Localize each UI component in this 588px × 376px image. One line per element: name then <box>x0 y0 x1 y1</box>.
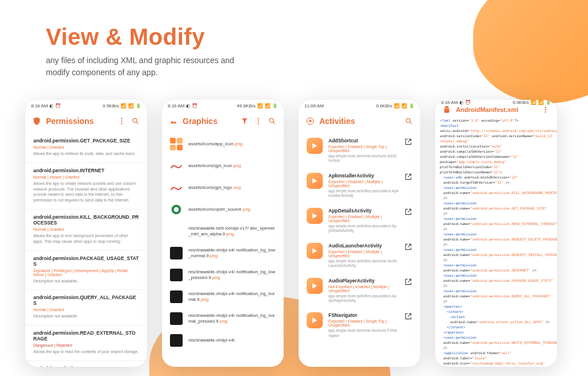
permission-item[interactable]: android.permission.KILL_BACKGROUND_PROCE… <box>25 210 147 251</box>
svg-point-0 <box>121 118 122 119</box>
activity-item[interactable]: ApkInstallerActivity Exported | Disabled… <box>299 168 420 203</box>
permission-name: android.permission.READ_EXTERNAL_STORAGE <box>33 330 139 342</box>
launch-icon[interactable] <box>404 312 412 320</box>
launch-icon[interactable] <box>404 173 412 181</box>
screen-title: Graphics <box>183 117 235 126</box>
activity-item[interactable]: AppDetailsActivity Exported | Enabled | … <box>299 203 420 238</box>
filter-icon[interactable] <box>240 117 249 126</box>
search-icon[interactable] <box>404 117 413 126</box>
wifi-icon: 📶 <box>538 100 544 105</box>
activity-item[interactable]: AddShortcut Exported | Enabled | Single … <box>299 133 420 168</box>
android-icon <box>442 105 451 114</box>
graphics-item[interactable]: assets/icons/gpl_icon.png <box>162 155 284 177</box>
svg-point-9 <box>174 207 179 212</box>
graphics-filename: assets/icons/gpl_logo.svg <box>188 185 241 191</box>
svg-point-4 <box>258 118 259 119</box>
activity-name: AudioLauncherActivity <box>328 243 399 249</box>
permission-name: android.permission.GET_PACKAGE_SIZE <box>33 138 139 144</box>
dnd-icon: ◐ <box>49 103 53 108</box>
graphics-item[interactable]: res/drawable-xhdpi-v4/ notification_bg_n… <box>162 308 284 330</box>
graphics-thumb <box>170 138 183 150</box>
graphics-thumb <box>170 312 183 325</box>
status-time: 8:16 AM <box>441 100 458 105</box>
activity-item[interactable]: FSNavigator Exported | Enabled | Single … <box>299 308 420 343</box>
graphics-filename: assets/icons/app_icon.png <box>188 141 242 147</box>
more-icon[interactable] <box>254 117 263 126</box>
launch-icon[interactable] <box>404 243 412 251</box>
activity-flags: Exported | Enabled | Single Top | Unspec… <box>328 319 399 327</box>
status-bar: 11:08 AM 0.6KB/s 📶 📶 🔋 <box>299 100 420 111</box>
permission-item[interactable]: android.permission.GET_PACKAGE_SIZE Norm… <box>25 133 147 163</box>
graphics-item[interactable]: res/drawable-xhdpi-v4/ notification_bg_n… <box>162 286 284 308</box>
launch-icon[interactable] <box>404 278 412 286</box>
graphics-filename: assets/icons/gpl_icon.png <box>188 163 241 169</box>
permission-item[interactable]: android.permission.INTERNET Normal | Ins… <box>25 163 147 210</box>
app-bar: AndroidManifest.xml <box>435 105 557 114</box>
permission-flags: Normal | Instant | Granted <box>33 175 139 179</box>
dnd-icon: ◐ <box>459 100 463 105</box>
activity-path: app.simple.inure.terminal.shortcuts.AddS… <box>328 154 399 164</box>
svg-point-14 <box>545 111 546 113</box>
activity-path: app.simple.inure.terminal.shortcuts.FSNa… <box>328 328 399 338</box>
permission-desc: Allows the app to create network sockets… <box>33 181 139 203</box>
screen-title: Activities <box>319 117 400 126</box>
graphics-thumb <box>170 203 183 216</box>
svg-point-6 <box>258 123 259 124</box>
phone-graphics: 8:16 AM ◐ ⏰ 49.8KB/s 📶 📶 🔋 Graphics <box>162 100 284 367</box>
permission-item[interactable]: android.permission.READ_EXTERNAL_STORAGE… <box>25 325 147 361</box>
activity-name: ApkInstallerActivity <box>328 173 399 179</box>
svg-point-12 <box>545 107 546 108</box>
search-icon[interactable] <box>131 117 140 126</box>
battery-icon: 🔋 <box>546 100 551 105</box>
permission-item[interactable]: android.permission.QUERY_ALL_PACKAGES No… <box>25 290 147 325</box>
activity-flags: Exported | Enabled | Multiple | Unspecif… <box>328 215 399 223</box>
graphics-item[interactable]: assets/icons/gpl_logo.svg <box>162 177 284 199</box>
app-bar: Activities <box>299 111 420 131</box>
permission-desc: Description not available. <box>33 313 139 319</box>
phone-manifest: 8:16 AM ◐ ⏰ 0.0KB/s 📶 📶 🔋 AndroidManifes… <box>435 100 557 367</box>
activity-item[interactable]: AudioPlayerActivity Not Exported | Enabl… <box>299 273 420 308</box>
graphics-filename: res/drawable-xhdpi-v4/ notification_bg_l… <box>188 269 276 281</box>
signal-icon: 📶 <box>531 100 536 105</box>
graphics-item[interactable]: assets/icons/app_icon.png <box>162 133 284 155</box>
activity-flags: Exported | Disabled | Multiple | Unspeci… <box>328 180 399 188</box>
graphics-item[interactable]: assets/icons/open_source.png <box>162 199 284 220</box>
signal-icon: 📶 <box>401 103 407 108</box>
graphics-item[interactable]: res/drawable-xhdpi-v4/ <box>162 330 284 351</box>
permission-item[interactable]: android.permission.PACKAGE_USAGE_STATS S… <box>25 251 147 290</box>
graphics-item[interactable]: res/drawable-ldrtl-xxhdpi-v17/ abc_spinn… <box>162 220 284 242</box>
manifest-xml-view[interactable]: <?xml version="1.0" encoding="utf-8"?> <… <box>435 114 557 367</box>
signal-icon: 📶 <box>121 103 126 108</box>
page-subtitle: any files of including XML and graphic r… <box>46 55 234 79</box>
permission-name: android.permission.KILL_BACKGROUND_PROCE… <box>33 214 139 226</box>
wifi-icon: 📶 <box>128 103 134 108</box>
activity-path: app.simple.inure.activities.association.… <box>328 294 399 304</box>
more-icon[interactable] <box>541 105 550 114</box>
decorative-blob-top <box>473 0 588 103</box>
graphics-thumb <box>170 160 183 172</box>
battery-icon: 🔋 <box>409 103 415 108</box>
graphics-list[interactable]: assets/icons/app_icon.png assets/icons/g… <box>162 131 284 367</box>
permissions-list[interactable]: android.permission.GET_PACKAGE_SIZE Norm… <box>25 131 147 367</box>
signal-icon: 📶 <box>394 103 400 108</box>
activity-item[interactable]: AudioLauncherActivity Exported | Enabled… <box>299 238 420 273</box>
graphics-item[interactable]: res/drawable-xhdpi-v4/ notification_bg_l… <box>162 264 284 286</box>
screen-title: AndroidManifest.xml <box>456 106 536 113</box>
svg-point-3 <box>133 118 137 122</box>
graphics-filename: res/drawable-xhdpi-v4/ notification_bg_n… <box>188 313 276 325</box>
activity-icon <box>307 312 323 328</box>
graphics-item[interactable]: res/drawable-xhdpi-v4/ notification_bg_l… <box>162 242 284 264</box>
alarm-icon: ⏰ <box>55 103 61 108</box>
status-net: 0.6KB/s <box>376 103 392 108</box>
permission-flags: Normal | Granted <box>33 227 139 231</box>
permission-item[interactable]: android.permission.REQUEST_DELETE_PACKAG… <box>25 361 147 367</box>
status-bar: 8:16 AM ◐ ⏰ 0.0KB/s 📶 📶 🔋 <box>435 100 557 105</box>
graphics-thumb <box>170 290 183 303</box>
launch-icon[interactable] <box>404 138 412 146</box>
permission-desc: Allows the app to read the contents of y… <box>33 349 139 355</box>
activity-icon <box>307 138 323 154</box>
search-icon[interactable] <box>268 117 277 126</box>
more-icon[interactable] <box>117 117 126 126</box>
activities-list[interactable]: AddShortcut Exported | Enabled | Single … <box>299 131 420 367</box>
launch-icon[interactable] <box>404 208 412 216</box>
